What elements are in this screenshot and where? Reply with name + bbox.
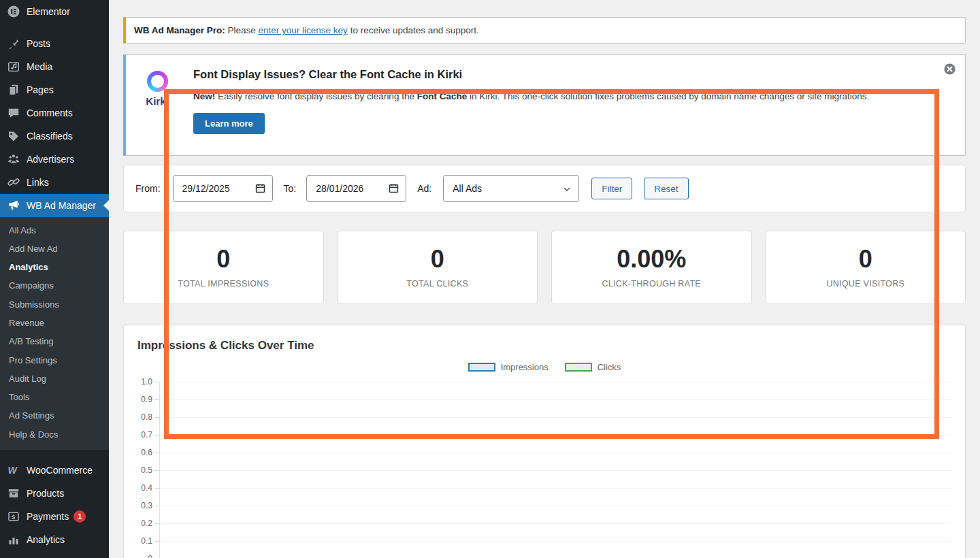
card-icon: $ — [7, 510, 20, 523]
license-notice-text-before: Please — [225, 25, 259, 35]
kirki-text-segment: in Kirki. This one-click solution fixes … — [467, 91, 869, 101]
axis-tick — [154, 488, 160, 489]
axis-tick — [154, 506, 160, 506]
sidebar-item-pages[interactable]: Pages — [0, 78, 109, 101]
pin-icon — [7, 37, 20, 50]
sidebar-item-posts[interactable]: Posts — [0, 32, 109, 55]
filter-button[interactable]: Filter — [591, 178, 632, 199]
sidebar-subitem-add-new-ad[interactable]: Add New Ad — [0, 240, 109, 258]
sidebar-item-label: Classifieds — [27, 131, 73, 142]
sidebar-item-links[interactable]: Links — [0, 171, 109, 194]
stat-value: 0 — [216, 247, 230, 272]
axis-tick — [154, 523, 160, 524]
woo-icon: W — [7, 463, 20, 477]
stat-card-click-through-rate: 0.00%CLICK-THROUGH RATE — [551, 231, 752, 304]
gridline — [160, 382, 951, 382]
license-notice: WB Ad Manager Pro: Please enter your lic… — [123, 17, 966, 44]
sidebar-subitem-ad-settings[interactable]: Ad Settings — [0, 407, 109, 425]
sidebar-subitem-pro-settings[interactable]: Pro Settings — [0, 351, 109, 370]
axis-tick — [154, 541, 160, 542]
stat-card-total-clicks: 0TOTAL CLICKS — [338, 231, 538, 304]
sidebar-subitem-a-b-testing[interactable]: A/B Testing — [0, 333, 109, 351]
y-tick-label: 0.3 — [137, 501, 152, 510]
sidebar-item-media[interactable]: Media — [0, 55, 109, 78]
sidebar-item-label: Payments — [27, 511, 69, 522]
gridline — [160, 506, 951, 506]
box-icon — [7, 487, 20, 500]
reset-button[interactable]: Reset — [644, 178, 688, 199]
gridline — [160, 435, 951, 436]
sidebar-subitem-campaigns[interactable]: Campaigns — [0, 277, 109, 295]
sidebar-item-woocommerce[interactable]: WWooCommerce — [0, 459, 109, 482]
active-menu-arrow — [98, 200, 109, 211]
y-tick-label: 0 — [137, 554, 152, 558]
y-tick-label: 1.0 — [137, 377, 152, 387]
license-notice-product: WB Ad Manager Pro: — [134, 25, 225, 35]
close-icon[interactable] — [943, 63, 956, 76]
legend-item-clicks[interactable]: Clicks — [565, 362, 621, 372]
axis-tick — [154, 417, 160, 418]
sidebar-item-label: WB Ad Manager — [27, 200, 96, 211]
calendar-icon — [388, 182, 399, 194]
stat-label: CLICK-THROUGH RATE — [602, 279, 701, 289]
license-notice-text-after: to receive updates and support. — [348, 25, 479, 35]
sidebar-item-label: Links — [27, 177, 49, 188]
sidebar-subitem-revenue[interactable]: Revenue — [0, 314, 109, 332]
kirki-text-segment: Easily resolve font display issues by cl… — [215, 91, 416, 101]
sidebar-item-advertisers[interactable]: Advertisers — [0, 148, 109, 171]
stat-card-unique-visitors: 0UNIQUE VISITORS — [766, 231, 966, 304]
legend-swatch — [468, 363, 495, 372]
kirki-logo: Kirki — [136, 65, 178, 146]
axis-tick — [154, 470, 160, 471]
legend-label: Impressions — [501, 362, 549, 372]
ad-select-value: All Ads — [453, 183, 482, 194]
sidebar-subitem-submissions[interactable]: Submissions — [0, 295, 109, 314]
y-tick-label: 0.5 — [137, 465, 152, 475]
y-tick-label: 0.8 — [137, 412, 152, 422]
kirki-notice-title: Font Display Issues? Clear the Font Cach… — [193, 68, 951, 81]
stats-row: 0TOTAL IMPRESSIONS0TOTAL CLICKS0.00%CLIC… — [123, 231, 966, 304]
sidebar-item-classifieds[interactable]: Classifieds — [0, 125, 109, 148]
sidebar-subitem-tools[interactable]: Tools — [0, 389, 109, 407]
sidebar-item-products[interactable]: Products — [0, 482, 109, 505]
y-tick-label: 0.7 — [137, 430, 152, 440]
sidebar-item-label: Advertisers — [27, 154, 74, 165]
sidebar-item-elementor[interactable]: Elementor — [0, 0, 109, 23]
kirki-notice: Kirki Font Display Issues? Clear the Fon… — [123, 54, 966, 156]
kirki-text-segment: Font Cache — [417, 91, 468, 101]
learn-more-button[interactable]: Learn more — [193, 113, 265, 134]
kirki-ring-icon — [147, 71, 168, 92]
y-tick-label: 0.4 — [137, 483, 152, 493]
pages-icon — [7, 83, 20, 97]
chart-legend: ImpressionsClicks — [137, 362, 951, 372]
gridline — [160, 399, 951, 400]
users-icon — [7, 152, 20, 166]
axis-tick — [154, 382, 160, 382]
elementor-icon — [7, 5, 20, 18]
chart-card: Impressions & Clicks Over Time Impressio… — [123, 325, 966, 558]
main-content: WB Ad Manager Pro: Please enter your lic… — [109, 0, 980, 558]
sidebar-item-payments[interactable]: $Payments1 — [0, 505, 109, 528]
legend-item-impressions[interactable]: Impressions — [468, 362, 549, 372]
sidebar-subitem-help-docs[interactable]: Help & Docs — [0, 425, 109, 444]
stat-value: 0.00% — [617, 247, 686, 272]
sidebar-item-label: Media — [27, 61, 52, 72]
calendar-icon — [255, 182, 266, 194]
sidebar-subitem-audit-log[interactable]: Audit Log — [0, 370, 109, 388]
sidebar-subitem-analytics[interactable]: Analytics — [0, 259, 109, 277]
license-key-link[interactable]: enter your license key — [259, 25, 348, 35]
sidebar-subitem-all-ads[interactable]: All Ads — [0, 221, 109, 240]
sidebar-item-analytics[interactable]: Analytics — [0, 528, 109, 551]
sidebar-item-label: Pages — [27, 84, 54, 95]
stat-value: 0 — [859, 247, 872, 272]
sidebar-item-label: Posts — [27, 38, 50, 49]
link-icon — [7, 176, 20, 189]
kirki-wordmark: Kirki — [146, 95, 168, 107]
legend-swatch — [565, 363, 592, 372]
sidebar-item-comments[interactable]: Comments — [0, 101, 109, 125]
gridline — [160, 417, 951, 418]
y-tick-label: 0.2 — [137, 519, 152, 528]
ad-select[interactable]: All Ads — [443, 175, 579, 202]
sidebar-item-wb-ad-manager[interactable]: WB Ad Manager — [0, 194, 109, 217]
sidebar-item-label: Comments — [27, 108, 73, 118]
